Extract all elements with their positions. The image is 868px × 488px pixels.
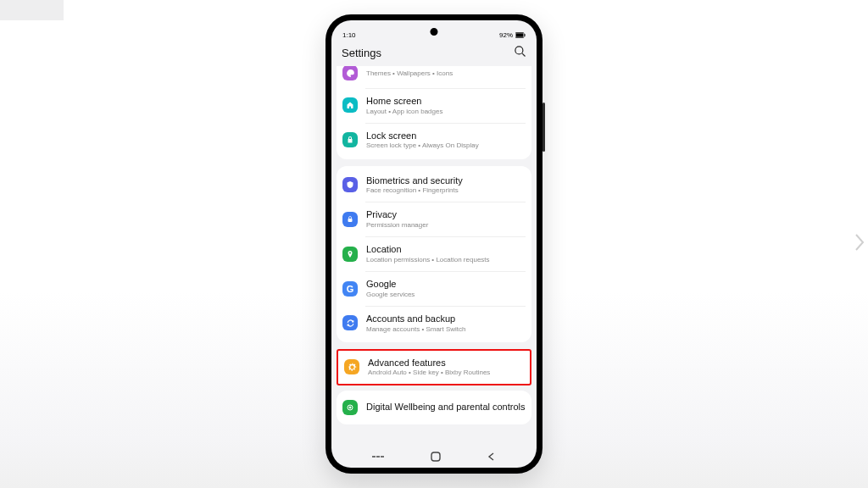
svg-rect-1 [516, 33, 523, 36]
row-subtitle: Face recognition • Fingerprints [366, 186, 463, 194]
row-title: Advanced features [368, 358, 490, 369]
google-icon: G [342, 281, 358, 297]
phone-screen: 1:10 92% Settings Themes • Wallpapers • … [331, 20, 537, 468]
row-subtitle: Location permissions • Location requests [366, 256, 490, 263]
gear-icon [344, 359, 359, 374]
row-title: Biometrics and security [366, 175, 463, 186]
settings-card: Biometrics and security Face recognition… [337, 166, 531, 342]
palette-icon [342, 66, 358, 80]
battery-icon [515, 32, 526, 38]
settings-row-lock[interactable]: Lock screen Screen lock type • Always On… [337, 123, 531, 158]
highlight-advanced-features: Advanced features Android Auto • Side ke… [337, 349, 531, 385]
nav-recent-icon[interactable] [371, 452, 385, 462]
settings-row-advanced[interactable]: Advanced features Android Auto • Side ke… [342, 354, 526, 380]
tab-stub [0, 0, 64, 20]
svg-point-3 [515, 47, 523, 54]
status-time: 1:10 [342, 31, 356, 39]
location-icon [342, 247, 358, 262]
settings-row-home[interactable]: Home screen Layout • App icon badges [337, 88, 531, 123]
row-subtitle: Permission manager [366, 221, 428, 229]
row-title: Privacy [366, 209, 428, 220]
status-battery: 92% [499, 31, 513, 39]
row-title: Lock screen [366, 130, 479, 141]
row-subtitle: Manage accounts • Smart Switch [366, 325, 466, 333]
settings-row-biometrics[interactable]: Biometrics and security Face recognition… [337, 168, 531, 202]
system-nav-bar [331, 446, 537, 468]
nav-home-icon[interactable] [430, 451, 442, 463]
settings-list: Themes • Wallpapers • Icons Home screen … [331, 66, 537, 446]
settings-row-wellbeing[interactable]: Digital Wellbeing and parental controls [337, 392, 531, 423]
svg-point-7 [349, 407, 351, 408]
settings-card: Digital Wellbeing and parental controls [337, 391, 531, 424]
phone-frame: 1:10 92% Settings Themes • Wallpapers • … [326, 14, 542, 474]
row-title: Accounts and backup [366, 313, 466, 324]
row-subtitle: Google services [366, 291, 415, 298]
sync-icon [342, 315, 358, 330]
page-title: Settings [342, 47, 381, 59]
settings-row-location[interactable]: Location Location permissions • Location… [337, 236, 531, 271]
privacy-icon [342, 212, 358, 227]
row-title: Home screen [366, 96, 442, 107]
camera-hole-icon [431, 28, 438, 36]
svg-rect-2 [525, 34, 526, 36]
carousel-next-icon[interactable] [853, 232, 865, 256]
row-title: Digital Wellbeing and parental controls [366, 402, 526, 413]
settings-card: Themes • Wallpapers • Icons Home screen … [337, 66, 531, 159]
row-title: Location [366, 244, 490, 255]
row-subtitle: Android Auto • Side key • Bixby Routines [368, 369, 490, 376]
settings-row-accounts[interactable]: Accounts and backup Manage accounts • Sm… [337, 306, 531, 341]
home-icon [342, 97, 358, 113]
settings-row-google[interactable]: G Google Google services [337, 271, 531, 306]
svg-rect-5 [348, 219, 353, 222]
row-subtitle: Screen lock type • Always On Display [366, 141, 479, 149]
settings-row-privacy[interactable]: Privacy Permission manager [337, 202, 531, 236]
lock-icon [342, 132, 358, 147]
svg-rect-11 [431, 452, 440, 461]
row-subtitle: Layout • App icon badges [366, 108, 442, 115]
shield-icon [342, 177, 358, 192]
page-header: Settings [331, 39, 537, 66]
row-subtitle: Themes • Wallpapers • Icons [366, 69, 453, 77]
svg-line-4 [522, 53, 525, 56]
settings-row-themes[interactable]: Themes • Wallpapers • Icons [337, 66, 531, 88]
wellbeing-icon [342, 400, 358, 415]
search-icon[interactable] [514, 45, 526, 60]
nav-back-icon[interactable] [487, 452, 497, 462]
row-title: Google [366, 279, 415, 290]
